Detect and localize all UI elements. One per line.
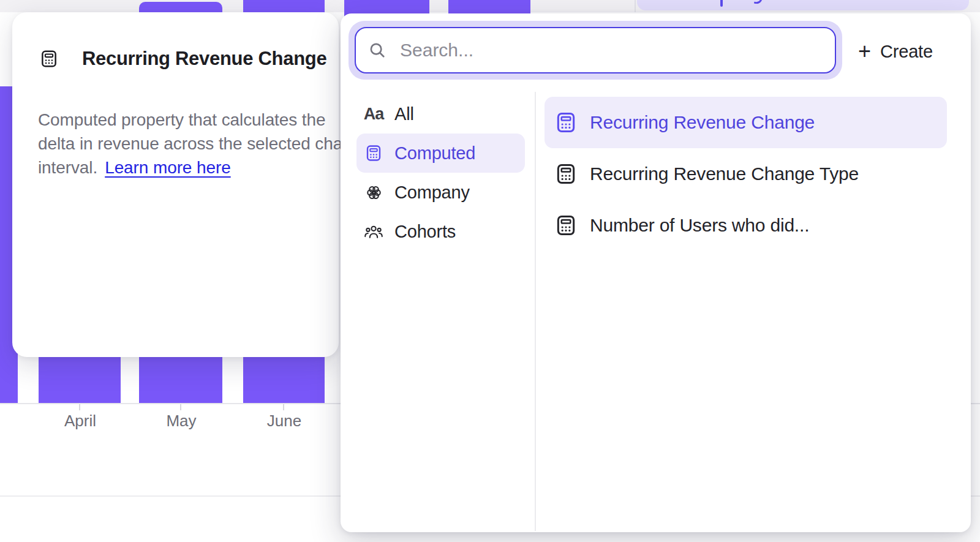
search-input[interactable] bbox=[400, 40, 823, 61]
calculator-icon bbox=[554, 162, 578, 186]
text-format-icon: Aa bbox=[364, 105, 383, 124]
category-label: All bbox=[394, 104, 414, 124]
category-label: Company bbox=[394, 183, 470, 203]
result-label: Recurring Revenue Change bbox=[590, 112, 815, 133]
result-label: Recurring Revenue Change Type bbox=[590, 164, 859, 184]
calculator-icon bbox=[39, 44, 59, 73]
result-item-recurring-revenue-change[interactable]: Recurring Revenue Change bbox=[545, 97, 947, 148]
chart-gridline bbox=[635, 0, 636, 12]
tooltip-title: Recurring Revenue Change bbox=[82, 48, 326, 70]
panel-divider-line bbox=[535, 92, 536, 531]
tooltip-description-line: delta in revenue across the selected cha… bbox=[38, 132, 353, 156]
create-button[interactable]: + Create bbox=[858, 34, 933, 69]
category-label: Cohorts bbox=[394, 222, 456, 242]
cohorts-people-icon bbox=[364, 223, 383, 240]
calculator-icon bbox=[554, 110, 578, 135]
plus-icon: + bbox=[858, 40, 871, 62]
selected-property-pill-cropped[interactable] bbox=[637, 0, 969, 10]
create-button-label: Create bbox=[880, 42, 933, 62]
search-icon bbox=[368, 41, 386, 59]
tooltip-description: Computed property that calculates the de… bbox=[38, 108, 353, 179]
result-list: Recurring Revenue Change Recurrin bbox=[545, 97, 947, 251]
tooltip-description-prefix: interval. bbox=[38, 158, 97, 177]
category-item-computed[interactable]: Computed bbox=[356, 134, 525, 173]
pill-text-fragment bbox=[754, 0, 763, 5]
calculator-icon bbox=[364, 143, 383, 163]
category-item-all[interactable]: Aa All bbox=[356, 94, 525, 134]
search-focus-ring bbox=[349, 21, 842, 80]
result-label: Number of Users who did... bbox=[590, 215, 809, 236]
property-picker-panel: + Create Aa All bbox=[341, 13, 971, 532]
category-item-cohorts[interactable]: Cohorts bbox=[356, 212, 525, 251]
result-item-recurring-revenue-change-type[interactable]: Recurring Revenue Change Type bbox=[545, 148, 947, 200]
calculator-icon bbox=[554, 213, 578, 238]
x-axis-label-may: May bbox=[166, 412, 196, 431]
x-axis-label-june: June bbox=[267, 412, 301, 431]
x-axis-tick bbox=[180, 404, 181, 410]
company-cluster-icon bbox=[364, 183, 383, 202]
result-item-number-of-users-who-did[interactable]: Number of Users who did... bbox=[545, 200, 947, 251]
category-label: Computed bbox=[394, 143, 475, 164]
category-item-company[interactable]: Company bbox=[356, 173, 525, 212]
property-tooltip-card: Recurring Revenue Change Computed proper… bbox=[12, 12, 339, 357]
tooltip-description-line: Computed property that calculates the bbox=[38, 108, 353, 132]
screen: April May June Recurring Revenue Ch bbox=[0, 0, 980, 542]
pill-text-fragment bbox=[720, 0, 723, 7]
search-box[interactable] bbox=[355, 27, 836, 73]
learn-more-link[interactable]: Learn more here bbox=[105, 158, 231, 177]
tooltip-description-line: interval.Learn more here bbox=[38, 156, 353, 179]
x-axis-tick bbox=[283, 404, 284, 410]
category-list: Aa All Computed bbox=[356, 94, 525, 251]
x-axis-label-april: April bbox=[64, 412, 96, 431]
x-axis-tick bbox=[79, 404, 80, 410]
